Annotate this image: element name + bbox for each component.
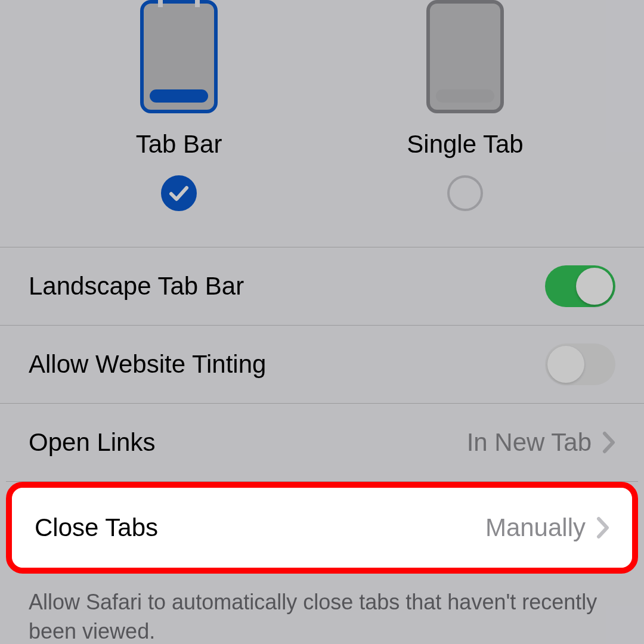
radio-unchecked-icon[interactable] [447,175,483,211]
layout-option-tab-bar[interactable]: Tab Bar [60,0,298,211]
chevron-right-icon [602,431,615,454]
row-value: Manually [485,513,609,542]
row-close-tabs[interactable]: Close Tabs Manually [12,488,632,568]
radio-checked-icon[interactable] [161,175,197,211]
row-landscape-tab-bar[interactable]: Landscape Tab Bar [0,247,644,325]
row-value-text: In New Tab [467,428,592,457]
row-value: In New Tab [467,428,615,457]
phone-preview-tab-bar-icon [140,0,218,113]
row-label: Allow Website Tinting [29,350,266,379]
row-label: Open Links [29,428,155,457]
footer-description: Allow Safari to automatically close tabs… [0,574,644,644]
chevron-right-icon [596,516,609,539]
tab-layout-selector: Tab Bar Single Tab [0,0,644,247]
layout-option-label: Tab Bar [136,130,222,159]
switch-website-tinting[interactable] [545,343,615,385]
row-allow-website-tinting[interactable]: Allow Website Tinting [0,326,644,403]
switch-landscape-tab-bar[interactable] [545,265,615,307]
layout-option-label: Single Tab [407,130,523,159]
layout-option-single-tab[interactable]: Single Tab [346,0,584,211]
row-label: Close Tabs [35,513,158,542]
row-value-text: Manually [485,513,586,542]
row-open-links[interactable]: Open Links In New Tab [0,404,644,481]
highlight-close-tabs: Close Tabs Manually [6,482,638,574]
row-label: Landscape Tab Bar [29,272,244,301]
phone-preview-single-tab-icon [426,0,504,113]
